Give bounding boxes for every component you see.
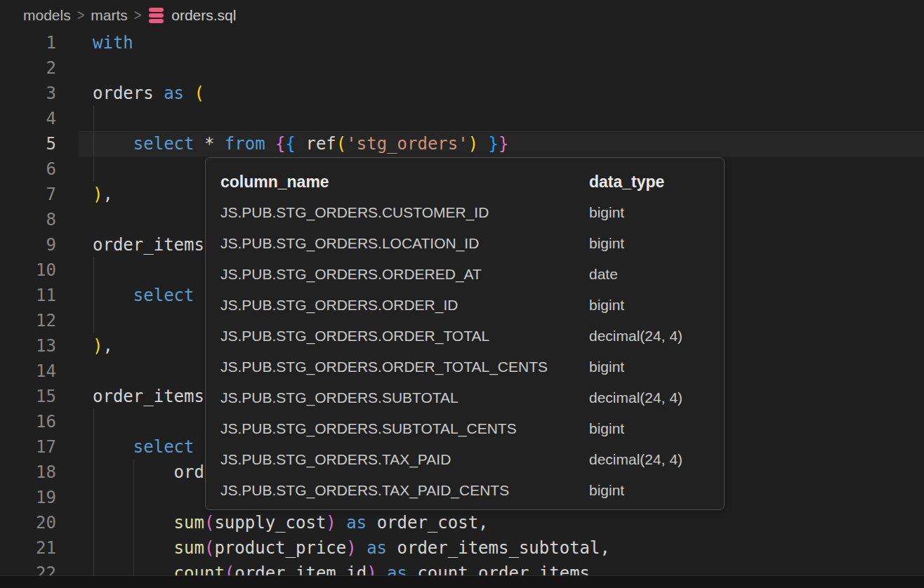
code-token: select [133, 134, 194, 154]
breadcrumb-item-marts[interactable]: marts [91, 7, 128, 24]
line-number[interactable]: 4 [0, 106, 56, 131]
column-info-popup: column_name data_type JS.PUB.STG_ORDERS.… [205, 157, 725, 510]
line-number[interactable]: 8 [0, 207, 56, 232]
code-token [93, 538, 174, 558]
code-text: order_items [93, 232, 204, 258]
code-token: , [103, 336, 112, 356]
line-number[interactable]: 3 [0, 81, 56, 106]
code-token: with [93, 33, 133, 53]
code-token: from [225, 134, 265, 154]
line-number[interactable]: 16 [0, 409, 56, 434]
line-number[interactable]: 12 [0, 308, 56, 333]
code-token: { [286, 134, 296, 154]
code-line[interactable]: 20 sum(supply_cost) as order_cost, [0, 510, 924, 535]
code-token: ( [204, 513, 214, 533]
line-number[interactable]: 17 [0, 434, 56, 460]
code-text: orders as ( [93, 81, 204, 106]
line-number[interactable]: 14 [0, 359, 56, 384]
code-token: as [164, 83, 184, 103]
code-token: sum [174, 513, 204, 533]
data-type-cell: bigint [589, 290, 724, 321]
code-token [214, 134, 224, 154]
code-line[interactable]: 5 select * from {{ ref('stg_orders') }} [0, 131, 924, 156]
code-line[interactable]: 21 sum(product_price) as order_items_sub… [0, 535, 924, 561]
data-type-cell: bigint [589, 228, 724, 259]
code-line[interactable]: 3orders as ( [0, 81, 924, 106]
code-token: select [133, 286, 194, 305]
code-text: ord [93, 460, 204, 485]
line-number[interactable]: 5 [0, 131, 56, 156]
code-token: ( [336, 134, 346, 154]
code-line[interactable]: 2 [0, 55, 924, 81]
code-token: ) [346, 538, 356, 558]
code-token: 'stg_orders' [346, 134, 468, 154]
data-type-cell: bigint [589, 352, 724, 382]
code-token [265, 134, 275, 154]
column-row: JS.PUB.STG_ORDERS.ORDER_TOTALdecimal(24,… [220, 321, 724, 352]
code-token: { [275, 134, 285, 154]
code-line[interactable]: 1with [0, 30, 924, 55]
line-number[interactable]: 21 [0, 535, 56, 561]
code-token [336, 513, 346, 533]
code-text: select * from {{ ref('stg_orders') }} [93, 131, 508, 156]
column-name-cell: JS.PUB.STG_ORDERS.ORDER_ID [220, 290, 589, 321]
data-type-cell: decimal(24, 4) [589, 321, 724, 352]
code-token [367, 513, 376, 533]
code-token [93, 134, 133, 154]
popup-header-data-type: data_type [589, 166, 724, 197]
code-text: order_items [93, 384, 204, 409]
column-name-cell: JS.PUB.STG_ORDERS.ORDERED_AT [220, 259, 589, 290]
code-token: } [499, 134, 508, 154]
code-line[interactable]: 4 [0, 106, 924, 131]
line-number[interactable]: 18 [0, 460, 56, 485]
column-name-cell: JS.PUB.STG_ORDERS.TAX_PAID_CENTS [220, 475, 589, 506]
code-token: ) [93, 336, 103, 356]
code-token: ( [194, 83, 204, 103]
data-type-cell: decimal(24, 4) [589, 444, 724, 475]
column-row: JS.PUB.STG_ORDERS.ORDERED_ATdate [220, 259, 724, 290]
data-type-cell: bigint [589, 413, 724, 444]
code-token: * [204, 134, 214, 154]
code-token: as [346, 513, 367, 533]
line-number[interactable]: 13 [0, 333, 56, 359]
column-name-cell: JS.PUB.STG_ORDERS.SUBTOTAL [220, 382, 589, 413]
breadcrumb-item-models[interactable]: models [23, 7, 71, 24]
line-number[interactable]: 2 [0, 55, 56, 81]
line-number[interactable]: 11 [0, 283, 56, 308]
code-token [93, 513, 174, 533]
code-text: with [93, 30, 133, 55]
popup-rows: JS.PUB.STG_ORDERS.CUSTOMER_IDbigintJS.PU… [220, 197, 724, 506]
line-number[interactable]: 20 [0, 510, 56, 535]
bottom-panel-edge [0, 575, 924, 588]
code-token: order_items [93, 387, 204, 406]
chevron-right-icon: > [77, 6, 85, 25]
column-name-cell: JS.PUB.STG_ORDERS.TAX_PAID [220, 444, 589, 475]
code-token [357, 538, 367, 558]
line-number[interactable]: 19 [0, 485, 56, 510]
column-row: JS.PUB.STG_ORDERS.ORDER_IDbigint [220, 290, 724, 321]
code-token: supply_cost [214, 513, 326, 533]
column-row: JS.PUB.STG_ORDERS.ORDER_TOTAL_CENTSbigin… [220, 352, 724, 382]
chevron-right-icon: > [134, 6, 142, 25]
column-row: JS.PUB.STG_ORDERS.SUBTOTALdecimal(24, 4) [220, 382, 724, 413]
code-token: ) [93, 185, 103, 204]
line-number[interactable]: 6 [0, 156, 56, 182]
code-token [194, 134, 204, 154]
code-token [387, 538, 397, 558]
line-number[interactable]: 1 [0, 30, 56, 55]
breadcrumb-item-file[interactable]: orders.sql [171, 7, 236, 24]
code-token: order_items [93, 235, 204, 255]
code-token [296, 134, 305, 154]
line-number[interactable]: 15 [0, 384, 56, 409]
database-icon [149, 8, 164, 23]
code-token: order_cost, [377, 513, 489, 533]
code-token [478, 134, 488, 154]
code-token: ) [468, 134, 478, 154]
line-number[interactable]: 7 [0, 182, 56, 207]
column-name-cell: JS.PUB.STG_ORDERS.ORDER_TOTAL_CENTS [220, 352, 589, 382]
line-number[interactable]: 10 [0, 258, 56, 283]
line-number[interactable]: 9 [0, 232, 56, 258]
code-text: sum(supply_cost) as order_cost, [93, 510, 489, 535]
column-row: JS.PUB.STG_ORDERS.CUSTOMER_IDbigint [220, 197, 724, 228]
code-token [93, 286, 133, 305]
